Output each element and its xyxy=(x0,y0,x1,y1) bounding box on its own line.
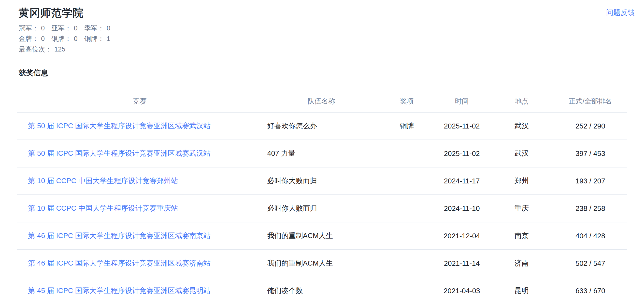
award-cell xyxy=(380,277,434,294)
date-cell: 2024-11-17 xyxy=(434,167,490,195)
stat-value: 1 xyxy=(107,35,110,42)
competition-link[interactable]: 第 46 届 ICPC 国际大学生程序设计竞赛亚洲区域赛济南站 xyxy=(28,259,210,267)
team-cell: 必叫你大败而归 xyxy=(263,195,380,222)
table-row: 第 50 届 ICPC 国际大学生程序设计竞赛亚洲区域赛武汉站 好喜欢你怎么办 … xyxy=(17,112,627,140)
date-cell: 2025-11-02 xyxy=(434,140,490,167)
rank-cell: 252 / 290 xyxy=(553,112,627,140)
table-row: 第 50 届 ICPC 国际大学生程序设计竞赛亚洲区域赛武汉站 407 力量 2… xyxy=(17,140,627,167)
table-row: 第 10 届 CCPC 中国大学生程序设计竞赛重庆站 必叫你大败而归 2024-… xyxy=(17,195,627,222)
rank-cell: 404 / 428 xyxy=(553,222,627,250)
stat-label: 银牌： xyxy=(52,35,72,42)
competition-link[interactable]: 第 10 届 CCPC 中国大学生程序设计竞赛郑州站 xyxy=(28,177,178,185)
team-cell: 必叫你大败而归 xyxy=(263,167,380,195)
school-page: 问题反馈 黄冈师范学院 冠军：0 亚军：0 季军：0 金牌：0 银牌：0 铜牌：… xyxy=(0,0,644,294)
award-cell xyxy=(380,140,434,167)
school-name: 黄冈师范学院 xyxy=(19,6,627,19)
date-cell: 2021-12-04 xyxy=(434,222,490,250)
table-row: 第 10 届 CCPC 中国大学生程序设计竞赛郑州站 必叫你大败而归 2024-… xyxy=(17,167,627,195)
stat-best-rank: 最高位次：125 xyxy=(19,46,65,53)
location-cell: 济南 xyxy=(490,250,553,277)
stat-silver: 银牌：0 xyxy=(52,35,78,42)
competition-link[interactable]: 第 10 届 CCPC 中国大学生程序设计竞赛重庆站 xyxy=(28,204,178,212)
stat-champion: 冠军：0 xyxy=(19,24,45,32)
competition-cell: 第 45 届 ICPC 国际大学生程序设计竞赛亚洲区域赛昆明站 xyxy=(17,277,263,294)
stat-label: 金牌： xyxy=(19,35,38,42)
rank-cell: 238 / 258 xyxy=(553,195,627,222)
location-cell: 武汉 xyxy=(490,112,553,140)
stat-value: 0 xyxy=(107,24,110,32)
team-cell: 我们的重制ACM人生 xyxy=(263,222,380,250)
column-header-competition: 竞赛 xyxy=(17,90,263,112)
stat-label: 冠军： xyxy=(19,24,38,32)
feedback-link[interactable]: 问题反馈 xyxy=(606,8,635,18)
competition-cell: 第 10 届 CCPC 中国大学生程序设计竞赛重庆站 xyxy=(17,195,263,222)
location-cell: 重庆 xyxy=(490,195,553,222)
awards-table: 竞赛 队伍名称 奖项 时间 地点 正式/全部排名 第 50 届 ICPC 国际大… xyxy=(17,90,627,294)
date-cell: 2024-11-10 xyxy=(434,195,490,222)
section-title-awards: 获奖信息 xyxy=(19,68,627,78)
competition-cell: 第 46 届 ICPC 国际大学生程序设计竞赛亚洲区域赛南京站 xyxy=(17,222,263,250)
team-cell: 好喜欢你怎么办 xyxy=(263,112,380,140)
competition-cell: 第 46 届 ICPC 国际大学生程序设计竞赛亚洲区域赛济南站 xyxy=(17,250,263,277)
location-cell: 南京 xyxy=(490,222,553,250)
award-cell xyxy=(380,167,434,195)
rank-cell: 193 / 207 xyxy=(553,167,627,195)
column-header-location: 地点 xyxy=(490,90,553,112)
award-cell xyxy=(380,250,434,277)
team-cell: 我们的重制ACM人生 xyxy=(263,250,380,277)
competition-link[interactable]: 第 46 届 ICPC 国际大学生程序设计竞赛亚洲区域赛南京站 xyxy=(28,232,210,240)
column-header-date: 时间 xyxy=(434,90,490,112)
stat-value: 0 xyxy=(41,24,45,32)
table-row: 第 45 届 ICPC 国际大学生程序设计竞赛亚洲区域赛昆明站 俺们凑个数 20… xyxy=(17,277,627,294)
award-cell xyxy=(380,195,434,222)
location-cell: 昆明 xyxy=(490,277,553,294)
column-header-award: 奖项 xyxy=(380,90,434,112)
competition-cell: 第 50 届 ICPC 国际大学生程序设计竞赛亚洲区域赛武汉站 xyxy=(17,140,263,167)
stat-label: 季军： xyxy=(84,24,104,32)
date-cell: 2025-11-02 xyxy=(434,112,490,140)
location-cell: 郑州 xyxy=(490,167,553,195)
stat-label: 最高位次： xyxy=(19,46,52,53)
rank-cell: 397 / 453 xyxy=(553,140,627,167)
rank-cell: 502 / 547 xyxy=(553,250,627,277)
competition-link[interactable]: 第 50 届 ICPC 国际大学生程序设计竞赛亚洲区域赛武汉站 xyxy=(28,149,210,157)
stats-line-best-rank: 最高位次：125 xyxy=(19,44,627,55)
stat-value: 0 xyxy=(74,35,78,42)
stat-bronze: 铜牌：1 xyxy=(84,35,110,42)
team-cell: 407 力量 xyxy=(263,140,380,167)
location-cell: 武汉 xyxy=(490,140,553,167)
award-cell: 铜牌 xyxy=(380,112,434,140)
stat-label: 亚军： xyxy=(52,24,72,32)
date-cell: 2021-11-14 xyxy=(434,250,490,277)
stat-value: 125 xyxy=(54,46,65,53)
stats-line-medals: 金牌：0 银牌：0 铜牌：1 xyxy=(19,34,627,44)
date-cell: 2021-04-03 xyxy=(434,277,490,294)
table-header-row: 竞赛 队伍名称 奖项 时间 地点 正式/全部排名 xyxy=(17,90,627,112)
stat-value: 0 xyxy=(41,35,45,42)
stat-label: 铜牌： xyxy=(84,35,104,42)
award-cell xyxy=(380,222,434,250)
table-row: 第 46 届 ICPC 国际大学生程序设计竞赛亚洲区域赛济南站 我们的重制ACM… xyxy=(17,250,627,277)
stat-third-place: 季军：0 xyxy=(84,24,110,32)
column-header-team: 队伍名称 xyxy=(263,90,380,112)
competition-cell: 第 50 届 ICPC 国际大学生程序设计竞赛亚洲区域赛武汉站 xyxy=(17,112,263,140)
competition-link[interactable]: 第 50 届 ICPC 国际大学生程序设计竞赛亚洲区域赛武汉站 xyxy=(28,122,210,130)
stat-value: 0 xyxy=(74,24,78,32)
competition-link[interactable]: 第 45 届 ICPC 国际大学生程序设计竞赛亚洲区域赛昆明站 xyxy=(28,287,210,294)
stat-gold: 金牌：0 xyxy=(19,35,45,42)
competition-cell: 第 10 届 CCPC 中国大学生程序设计竞赛郑州站 xyxy=(17,167,263,195)
column-header-rank: 正式/全部排名 xyxy=(553,90,627,112)
rank-cell: 633 / 670 xyxy=(553,277,627,294)
medal-stats: 冠军：0 亚军：0 季军：0 金牌：0 银牌：0 铜牌：1 最高位次：125 xyxy=(19,23,627,55)
stat-runner-up: 亚军：0 xyxy=(52,24,78,32)
stats-line-ranks: 冠军：0 亚军：0 季军：0 xyxy=(19,23,627,34)
table-row: 第 46 届 ICPC 国际大学生程序设计竞赛亚洲区域赛南京站 我们的重制ACM… xyxy=(17,222,627,250)
team-cell: 俺们凑个数 xyxy=(263,277,380,294)
